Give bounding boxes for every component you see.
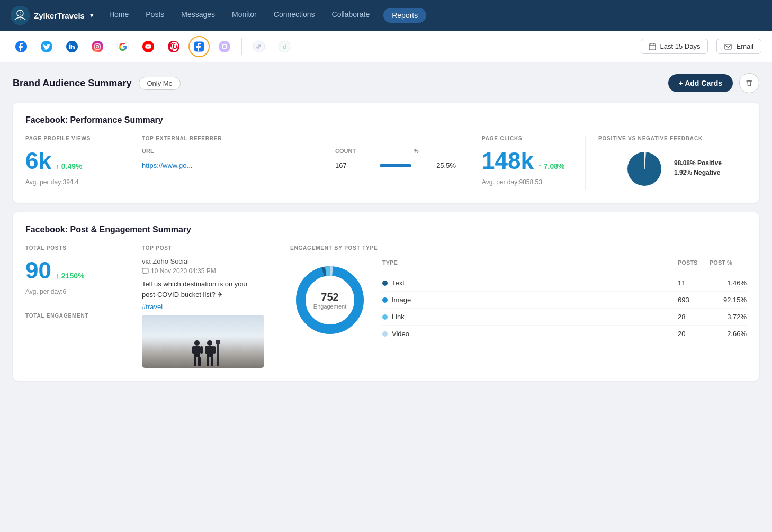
page-clicks-label: PAGE CLICKS [482,136,572,141]
svg-text:d: d [283,43,286,50]
referrer-table-row: https://www.go... 167 25.5% [142,158,456,173]
feedback-pie: 98.08% Positive 1.92% Negative [598,148,747,190]
engagement-table-header: TYPE POSTS POST % [382,257,747,270]
engagement-table: TYPE POSTS POST % Text 11 [382,257,747,342]
feedback-pie-chart [623,148,666,190]
brand-logo-group[interactable]: ZylkerTravels ▾ [11,6,93,25]
delete-button[interactable] [739,73,759,93]
engagement-row-image: Image 693 92.15% [382,292,747,309]
engagement-grid: TOTAL POSTS 90 2150% Avg. per day:6 TOTA… [25,245,747,368]
engagement-row-link: Link 28 3.72% [382,309,747,326]
ref-count: 167 [335,161,378,169]
donut-label: 752 Engagement [313,291,346,309]
positive-legend-row: 98.08% Positive [674,159,722,167]
post-engagement-title: Facebook: Post & Engagement Summary [25,225,747,235]
donut-wrapper: 752 Engagement TYPE POSTS POST % [290,257,747,342]
eng-text-posts: 11 [678,279,710,287]
social-linkedin-btn[interactable] [61,36,83,57]
social-facebook-active-btn[interactable] [188,36,210,57]
navbar: ZylkerTravels ▾ Home Posts Messages Moni… [0,0,772,31]
top-post-label: TOP POST [142,245,264,251]
post-engagement-card: Facebook: Post & Engagement Summary TOTA… [13,212,759,381]
brand-caret-icon: ▾ [90,12,93,19]
svg-rect-23 [649,44,656,50]
nav-collaborate[interactable]: Collaborate [329,8,373,23]
eng-image-pct: 92.15% [710,296,747,304]
engagement-by-type-label: ENGAGEMENT BY POST TYPE [290,245,747,251]
page-profile-views-avg: Avg. per day:394.4 [25,178,116,186]
add-cards-button[interactable]: + Add Cards [668,74,733,92]
brand-logo [11,6,30,25]
eng-link-posts: 28 [678,313,710,321]
email-filter-btn[interactable]: Email [716,39,761,54]
page-header: Brand Audience Summary Only Me + Add Car… [13,73,759,93]
mail-icon [724,43,732,50]
date-filter-btn[interactable]: Last 15 Days [641,39,708,54]
negative-legend-row: 1.92% Negative [674,169,722,176]
page-clicks-section: PAGE CLICKS 148k 7.08% Avg. per day:9858… [482,136,586,190]
top-post-via: via Zoho Social [142,257,264,265]
link-dot [382,314,388,320]
feedback-section: POSITIVE VS NEGATIVE FEEDBACK [598,136,747,190]
eng-type-video: Video [382,330,678,338]
video-dot [382,331,388,337]
top-post-text: Tell us which destination is on your pos… [142,279,264,300]
ref-bar-container [380,164,411,167]
nav-posts[interactable]: Posts [142,8,167,23]
performance-grid: PAGE PROFILE VIEWS 6k 0.49% Avg. per day… [25,136,747,190]
social-pinterest-btn[interactable] [163,36,184,57]
total-posts-column: TOTAL POSTS 90 2150% Avg. per day:6 TOTA… [25,245,142,368]
svg-rect-30 [142,268,148,273]
ref-col-url: URL [142,148,333,154]
social-google-btn[interactable] [112,36,133,57]
negative-pct: 1.92% Negative [674,169,720,176]
eng-video-pct: 2.66% [710,330,747,338]
page-clicks-change: 7.08% [538,162,565,170]
social-custom3-btn[interactable]: d [274,36,295,57]
nav-reports[interactable]: Reports [383,8,426,23]
social-instagram-btn[interactable] [87,36,108,57]
page-profile-views-change: 0.49% [56,162,83,170]
total-posts-value: 90 2150% [25,257,116,284]
performance-summary-title: Facebook: Performance Summary [25,115,747,125]
nav-connections[interactable]: Connections [271,8,318,23]
feedback-label: POSITIVE VS NEGATIVE FEEDBACK [598,136,747,141]
social-custom2-btn[interactable] [248,36,270,57]
page-clicks-number: 148k [482,148,534,174]
top-referrer-label: TOP EXTERNAL REFERRER [142,136,456,141]
email-filter-label: Email [736,42,753,50]
page-profile-views-section: PAGE PROFILE VIEWS 6k 0.49% Avg. per day… [25,136,129,190]
social-facebook-btn[interactable] [11,36,32,57]
engagement-row-text: Text 11 1.46% [382,275,747,292]
svg-rect-27 [725,44,731,49]
donut-chart-container: 752 Engagement [290,260,370,340]
ref-bar [380,164,411,167]
svg-point-7 [69,43,71,45]
social-twitter-btn[interactable] [36,36,57,57]
page-title-group: Brand Audience Summary Only Me [13,77,181,90]
donut-total-label: Engagement [313,303,346,309]
referrer-table: URL COUNT % https://www.go... 167 25.5% [142,148,456,173]
page-profile-views-number: 6k [25,148,51,174]
nav-messages[interactable]: Messages [178,8,218,23]
nav-monitor[interactable]: Monitor [229,8,260,23]
eng-col-type: TYPE [382,259,678,266]
ref-col-pct: % [414,148,456,154]
top-post-section: TOP POST via Zoho Social 10 Nov 2020 04:… [142,245,277,368]
feedback-legend: 98.08% Positive 1.92% Negative [674,159,722,178]
brand-name: ZylkerTravels [34,11,85,20]
top-post-hashtag[interactable]: #travel [142,303,264,311]
top-referrer-section: TOP EXTERNAL REFERRER URL COUNT % https:… [142,136,469,190]
top-post-image [142,315,264,368]
performance-summary-card: Facebook: Performance Summary PAGE PROFI… [13,103,759,203]
eng-col-pct: POST % [710,259,747,266]
social-youtube-btn[interactable] [138,36,159,57]
visibility-badge[interactable]: Only Me [139,77,180,90]
trash-icon [745,79,753,87]
total-posts-avg: Avg. per day:6 [25,288,116,295]
text-dot [382,281,388,286]
engagement-table-wrapper: TYPE POSTS POST % Text 11 [382,257,747,342]
nav-home[interactable]: Home [106,8,132,23]
social-custom1-btn[interactable] [214,36,235,57]
ref-url[interactable]: https://www.go... [142,161,333,169]
